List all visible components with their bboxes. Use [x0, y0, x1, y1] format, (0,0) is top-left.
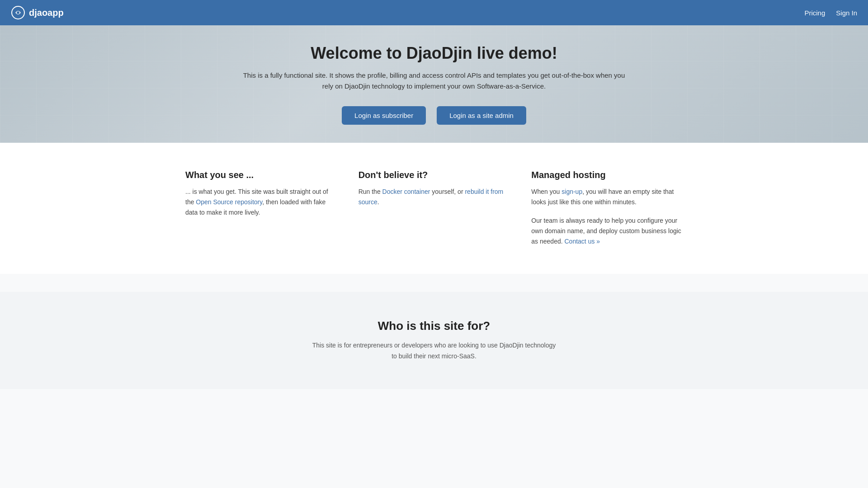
- who-section-title: Who is this site for?: [9, 319, 859, 333]
- feature-dont-believe-text-middle: yourself, or: [430, 188, 465, 195]
- feature-what-you-see-text: ... is what you get. This site was built…: [185, 187, 337, 218]
- managed-p1-before: When you: [531, 188, 561, 195]
- hero-subtitle: This is a fully functional site. It show…: [240, 70, 628, 92]
- docker-link[interactable]: Docker container: [382, 188, 430, 195]
- main-content: What you see ... ... is what you get. Th…: [0, 143, 868, 274]
- navbar: djaoapp Pricing Sign In: [0, 0, 868, 25]
- open-source-link[interactable]: Open Source repository: [196, 198, 262, 206]
- signup-link[interactable]: sign-up: [561, 188, 582, 195]
- brand-label: djaoapp: [29, 8, 64, 18]
- features-grid: What you see ... ... is what you get. Th…: [185, 170, 683, 247]
- feature-dont-believe: Don't believe it? Run the Docker contain…: [359, 170, 510, 247]
- brand-link[interactable]: djaoapp: [11, 5, 64, 20]
- managed-p2-text: Our team is always ready to help you con…: [531, 217, 681, 245]
- svg-point-1: [17, 11, 19, 14]
- login-admin-button[interactable]: Login as a site admin: [437, 106, 526, 125]
- feature-managed-hosting-p2: Our team is always ready to help you con…: [531, 216, 683, 247]
- feature-managed-hosting-p1: When you sign-up, you will have an empty…: [531, 187, 683, 207]
- feature-managed-hosting-title: Managed hosting: [531, 170, 683, 180]
- signin-link[interactable]: Sign In: [836, 9, 857, 17]
- feature-what-you-see: What you see ... ... is what you get. Th…: [185, 170, 337, 247]
- feature-dont-believe-title: Don't believe it?: [359, 170, 510, 180]
- login-subscriber-button[interactable]: Login as subscriber: [342, 106, 426, 125]
- hero-title: Welcome to DjaoDjin live demo!: [240, 44, 628, 63]
- navbar-links: Pricing Sign In: [804, 9, 857, 17]
- hero-section: Welcome to DjaoDjin live demo! This is a…: [0, 25, 868, 143]
- feature-dont-believe-text-before: Run the: [359, 188, 382, 195]
- hero-buttons: Login as subscriber Login as a site admi…: [240, 106, 628, 125]
- feature-what-you-see-title: What you see ...: [185, 170, 337, 180]
- who-section: Who is this site for? This site is for e…: [0, 292, 868, 389]
- pricing-link[interactable]: Pricing: [804, 9, 825, 17]
- who-section-text: This site is for entrepreneurs or develo…: [9, 340, 859, 362]
- djaoapp-logo-icon: [11, 5, 25, 20]
- feature-dont-believe-text-end: .: [377, 198, 379, 206]
- hero-content: Welcome to DjaoDjin live demo! This is a…: [231, 26, 637, 143]
- contact-link[interactable]: Contact us »: [565, 238, 600, 245]
- feature-managed-hosting: Managed hosting When you sign-up, you wi…: [531, 170, 683, 247]
- feature-dont-believe-text: Run the Docker container yourself, or re…: [359, 187, 510, 207]
